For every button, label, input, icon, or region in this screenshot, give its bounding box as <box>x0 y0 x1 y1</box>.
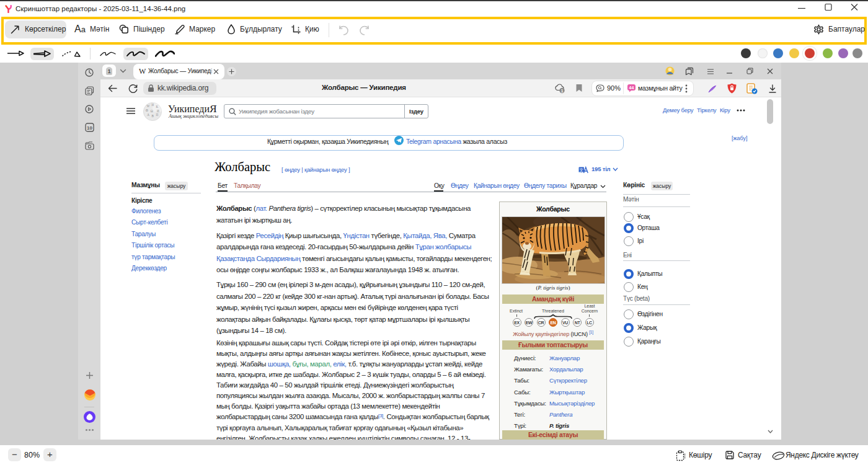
svg-text:1: 1 <box>108 68 111 74</box>
svg-text:Θ: Θ <box>146 108 148 112</box>
svg-text:И: И <box>157 109 159 113</box>
svg-text:W: W <box>147 104 150 108</box>
svg-text:44: 44 <box>629 86 634 90</box>
svg-text:И: И <box>151 103 154 107</box>
svg-text:Ω: Ω <box>151 109 153 113</box>
svg-text:А: А <box>147 113 149 117</box>
svg-text:Β: Β <box>151 114 154 118</box>
svg-text:П: П <box>156 113 159 117</box>
svg-text:10: 10 <box>87 125 92 131</box>
svg-text:文: 文 <box>579 167 583 172</box>
svg-text:K: K <box>156 105 159 108</box>
svg-text:1: 1 <box>561 89 564 93</box>
